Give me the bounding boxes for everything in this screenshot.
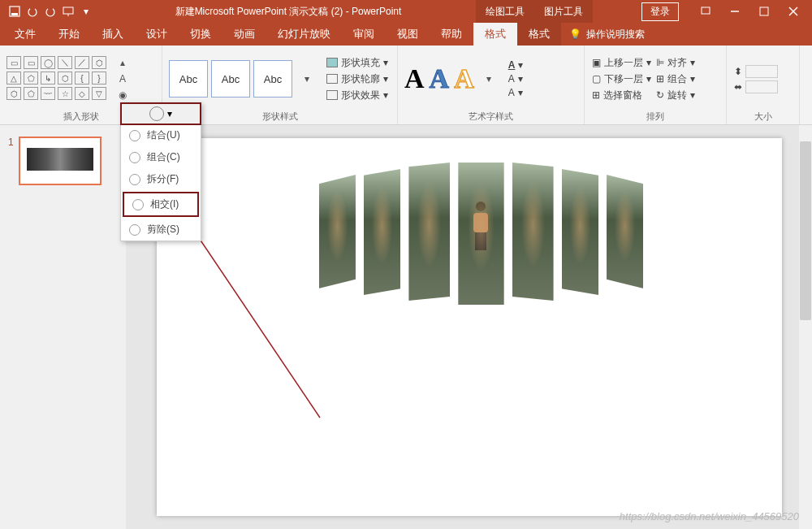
start-slideshow-icon[interactable] [60,3,76,20]
undo-icon[interactable] [24,3,41,20]
slide[interactable] [157,138,782,516]
scrollbar-thumb[interactable] [800,141,811,320]
image-panels[interactable] [319,163,644,325]
bring-forward-button[interactable]: ▣ 上移一层 ▾ [591,55,652,71]
qat-more-icon[interactable]: ▾ [78,3,94,20]
fill-icon [326,58,338,67]
tab-home[interactable]: 开始 [47,23,91,46]
context-tab-picture[interactable]: 图片工具 [534,0,593,23]
shape-effects-button[interactable]: 形状效果▾ [325,88,390,103]
width-input[interactable]: ⬌ [733,80,779,94]
shape-style-preset-2[interactable]: Abc [211,60,250,98]
shape-fill-button[interactable]: 形状填充▾ [325,55,390,71]
tell-me-label: 操作说明搜索 [586,28,645,41]
shape-style-preset-1[interactable]: Abc [169,60,208,98]
group-button[interactable]: ⊞ 组合 ▾ [655,72,696,87]
rotate-button[interactable]: ↻ 旋转 ▾ [655,88,696,103]
close-icon[interactable] [780,2,807,20]
dropdown-item-subtract[interactable]: 剪除(S) [121,219,201,241]
height-input[interactable]: ⬍ [733,64,779,79]
text-effects-button[interactable]: A▾ [507,86,525,99]
tab-help[interactable]: 帮助 [430,23,473,46]
subtract-icon [129,224,140,236]
shape-outline-button[interactable]: 形状轮廓▾ [325,72,390,87]
tab-animations[interactable]: 动画 [222,23,266,46]
text-effects-icon: A [508,87,515,98]
style-gallery-more-icon[interactable]: ▾ [299,72,315,86]
login-button[interactable]: 登录 [641,2,679,21]
text-fill-button[interactable]: A▾ [507,59,525,72]
ribbon-options-icon[interactable] [692,2,719,20]
shapes-more-icon[interactable]: ▴ [114,55,131,70]
dropdown-item-combine[interactable]: 组合(C) [121,146,201,168]
svg-rect-1 [11,13,18,15]
window-title: 新建Microsoft PowerPoint 演示文稿 (2) - PowerP… [101,5,476,19]
minimize-icon[interactable] [721,2,749,20]
maximize-icon[interactable] [750,2,778,20]
text-box-icon[interactable]: A [114,72,131,86]
merge-shapes-trigger[interactable]: ▾ [120,102,201,125]
tab-format-drawing[interactable]: 格式 [473,23,517,46]
wordart-preset-2[interactable]: A [430,63,450,94]
wordart-more-icon[interactable]: ▾ [481,72,497,86]
fragment-icon [129,174,140,185]
tab-view[interactable]: 视图 [386,23,430,46]
effects-icon [326,90,338,100]
outline-icon [326,74,338,84]
tab-transitions[interactable]: 切换 [179,23,222,46]
dropdown-item-intersect[interactable]: 相交(I) [123,192,199,217]
combine-icon [129,152,140,163]
context-tab-drawing[interactable]: 绘图工具 [476,0,534,23]
group-label-arrange: 排列 [591,109,719,123]
shapes-gallery[interactable]: ▭▭◯＼／⬡ △⬠↳⬡{} ⬡⬠〰☆◇▽ [6,56,108,102]
merge-icon [149,106,164,121]
svg-rect-2 [63,7,73,14]
wordart-preset-1[interactable]: A [404,63,425,94]
tab-format-picture[interactable]: 格式 [517,23,561,46]
text-fill-icon: A [508,59,516,71]
union-icon [129,130,140,141]
wordart-preset-3[interactable]: A [454,63,474,94]
slide-thumbnail-pane: 1 [0,125,126,529]
tab-review[interactable]: 审阅 [342,23,386,46]
vertical-scrollbar[interactable] [799,125,812,529]
quick-access-toolbar: ▾ [0,3,101,20]
text-outline-icon: A [508,73,515,85]
tab-file[interactable]: 文件 [3,23,47,46]
merge-shapes-icon[interactable]: ◉ [114,88,131,102]
align-button[interactable]: ⊫ 对齐 ▾ [655,55,696,71]
slide-thumbnail-1[interactable]: 1 [0,133,126,189]
group-wordart: A A A ▾ A▾ A▾ A▾ 艺术字样式 [398,46,585,124]
svg-rect-6 [760,7,768,15]
tab-design[interactable]: 设计 [135,23,179,46]
tab-slideshow[interactable]: 幻灯片放映 [266,23,342,46]
group-label-wordart: 艺术字样式 [404,109,577,123]
merge-shapes-dropdown: ▾ 结合(U) 组合(C) 拆分(F) 相交(I) 剪除(S) [120,102,201,241]
text-outline-button[interactable]: A▾ [507,72,525,85]
group-label-size: 大小 [733,109,793,123]
redo-icon[interactable] [42,3,58,20]
send-backward-button[interactable]: ▢ 下移一层 ▾ [591,72,652,87]
shape-style-preset-3[interactable]: Abc [253,60,292,98]
group-arrange: ▣ 上移一层 ▾ ▢ 下移一层 ▾ ⊞ 选择窗格 ⊫ 对齐 ▾ ⊞ 组合 ▾ ↻… [585,46,727,124]
tab-insert[interactable]: 插入 [91,23,135,46]
selection-pane-button[interactable]: ⊞ 选择窗格 [591,88,652,103]
thumbnail-preview [19,137,102,185]
watermark: https://blog.csdn.net/weixin_44569520 [620,510,799,522]
group-size: ⬍ ⬌ 大小 [727,46,800,124]
lightbulb-icon: 💡 [569,28,581,40]
slide-canvas-area[interactable] [126,125,812,529]
title-bar: ▾ 新建Microsoft PowerPoint 演示文稿 (2) - Powe… [0,0,812,23]
dropdown-item-union[interactable]: 结合(U) [121,124,201,146]
dropdown-item-fragment[interactable]: 拆分(F) [121,168,201,190]
group-label-shape-styles: 形状样式 [169,109,391,123]
slide-number: 1 [8,137,14,185]
save-icon[interactable] [6,3,23,20]
ribbon-tabs: 文件 开始 插入 设计 切换 动画 幻灯片放映 审阅 视图 帮助 格式 格式 💡… [0,23,812,46]
intersect-icon [132,199,144,210]
tell-me-search[interactable]: 💡 操作说明搜索 [569,28,645,41]
context-tabs: 绘图工具 图片工具 [476,0,593,23]
svg-rect-4 [702,7,710,14]
person-figure [470,202,491,250]
